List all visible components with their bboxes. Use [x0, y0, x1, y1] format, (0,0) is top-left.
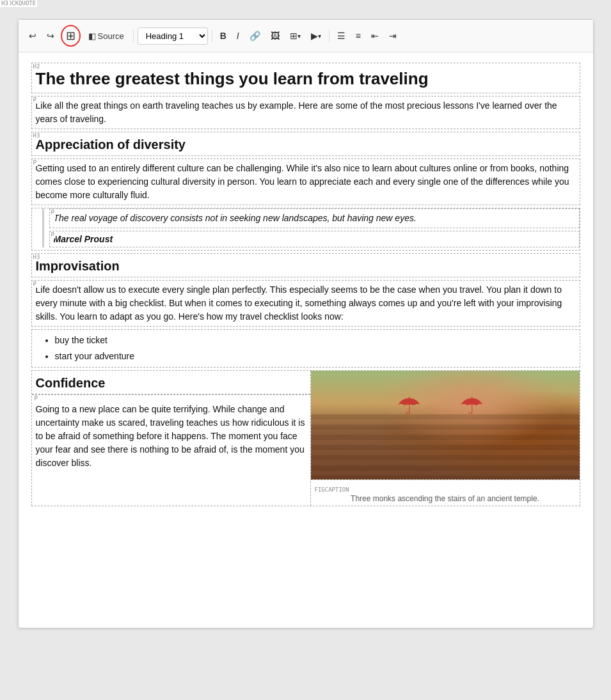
indent-increase-button[interactable]: ⇥ — [385, 28, 401, 43]
blocks-button[interactable]: ⊞ — [61, 25, 81, 47]
figcaption-wrapper: FIGCAPTION Three monks ascending the sta… — [311, 479, 580, 506]
blockquote-p-label: P — [50, 209, 56, 216]
h3-improvisation-label: H3 — [32, 254, 42, 261]
blockquote-text[interactable]: The real voyage of discovery consists no… — [50, 209, 579, 228]
improvisation-p-content[interactable]: Life doesn't allow us to execute every s… — [32, 281, 580, 326]
link-icon: 🔗 — [250, 31, 260, 41]
list-ol-button[interactable]: ≡ — [352, 28, 365, 43]
improvisation-p-label: P — [32, 281, 38, 288]
bold-button[interactable]: B — [216, 28, 230, 43]
confidence-right: FIGCAPTION Three monks ascending the sta… — [311, 371, 580, 506]
indent-decrease-icon: ⇤ — [371, 31, 379, 41]
media-dropdown-icon: ▾ — [318, 33, 321, 40]
list-ol-icon: ≡ — [356, 31, 361, 41]
link-button[interactable]: 🔗 — [246, 28, 264, 43]
separator-2 — [212, 29, 212, 42]
redo-icon: ↪ — [47, 31, 54, 41]
ul-list: buy the ticket start your adventure — [36, 332, 576, 364]
improvisation-p-wrapper: P Life doesn't allow us to execute every… — [31, 280, 580, 327]
undo-icon: ↩ — [29, 31, 36, 41]
blocks-icon: ⊞ — [66, 29, 75, 43]
blockquote-author-wrapper: P Marcel Proust — [49, 231, 580, 247]
blockquote-text-wrapper: P The real voyage of discovery consists … — [49, 208, 580, 228]
confidence-p-text[interactable]: Going to a new place can be quite terrif… — [32, 401, 310, 474]
table-button[interactable]: ⊞ ▾ — [286, 28, 305, 43]
redo-button[interactable]: ↪ — [43, 28, 58, 43]
image-icon: 🖼 — [271, 31, 280, 41]
h3-diversity-block-wrapper: H3 Appreciation of diversity — [31, 132, 580, 156]
intro-p-block-wrapper: P Like all the great things on earth tra… — [31, 96, 580, 129]
blockquote-inner: P The real voyage of discovery consists … — [42, 208, 580, 247]
ul-wrapper: UL buy the ticket start your adventure — [31, 329, 580, 368]
indent-increase-icon: ⇥ — [389, 31, 397, 41]
separator-1 — [133, 29, 134, 42]
separator-3 — [329, 29, 329, 42]
list-item[interactable]: start your adventure — [55, 348, 576, 364]
confidence-left: H3 Confidence P Going to a new place can… — [32, 371, 311, 506]
h3-improvisation-wrapper: H3 Improvisation — [31, 253, 580, 277]
h3-confidence-wrapper: H3 Confidence — [32, 371, 310, 394]
italic-icon: I — [237, 31, 239, 41]
diversity-p-block-wrapper: P Getting used to an entirely different … — [31, 159, 580, 205]
blockquote-wrapper: BLOCKQUOTE P The real voyage of discover… — [31, 208, 580, 251]
ul-content: buy the ticket start your adventure — [32, 330, 580, 367]
confidence-p-label: P — [32, 395, 310, 401]
diversity-p-content[interactable]: Getting used to an entirely different cu… — [32, 159, 580, 205]
h3-diversity-content[interactable]: Appreciation of diversity — [32, 132, 580, 155]
monks-image — [311, 371, 580, 479]
editor-content[interactable]: H2 The three greatest things you learn f… — [19, 52, 593, 628]
toolbar: ↩ ↪ ⊞ ◧ Source Heading 1 Heading 2 Headi… — [19, 20, 593, 52]
confidence-p-wrapper: P Going to a new place can be quite terr… — [32, 394, 310, 474]
h2-content[interactable]: The three greatest things you learn from… — [32, 63, 580, 93]
h2-block-wrapper: H2 The three greatest things you learn f… — [31, 63, 580, 93]
h2-label: H2 — [32, 63, 42, 70]
intro-p-content[interactable]: Like all the great things on earth trave… — [32, 97, 580, 128]
list-ul-button[interactable]: ☰ — [333, 28, 349, 43]
table-dropdown-icon: ▾ — [298, 33, 301, 40]
media-button[interactable]: ▶ ▾ — [307, 28, 325, 43]
undo-button[interactable]: ↩ — [25, 28, 40, 43]
media-icon: ▶ — [311, 31, 318, 41]
source-label: Source — [98, 31, 124, 41]
blockquote-author-label: P — [50, 231, 56, 238]
source-icon: ◧ — [88, 31, 96, 41]
image-button[interactable]: 🖼 — [267, 28, 283, 43]
figcaption-label: FIGCAPTION — [315, 486, 349, 493]
bold-icon: B — [220, 31, 226, 41]
source-button[interactable]: ◧ Source — [83, 29, 129, 43]
intro-p-label: P — [32, 97, 38, 104]
diversity-p-label: P — [32, 159, 38, 166]
italic-button[interactable]: I — [233, 28, 243, 43]
table-icon: ⊞ — [290, 31, 298, 41]
list-item[interactable]: buy the ticket — [55, 332, 576, 348]
editor-wrapper: ↩ ↪ ⊞ ◧ Source Heading 1 Heading 2 Headi… — [18, 19, 594, 628]
list-ul-icon: ☰ — [337, 31, 345, 41]
h3-diversity-label: H3 — [32, 132, 42, 139]
h3-improvisation-content[interactable]: Improvisation — [32, 254, 580, 277]
figcaption-text: Three monks ascending the stairs of an a… — [315, 494, 576, 503]
confidence-section: H3 Confidence P Going to a new place can… — [31, 370, 580, 506]
heading-select[interactable]: Heading 1 Heading 2 Heading 3 Paragraph — [138, 27, 208, 45]
indent-decrease-button[interactable]: ⇤ — [367, 28, 383, 43]
blockquote-author[interactable]: Marcel Proust — [50, 231, 579, 247]
h3-confidence-text[interactable]: Confidence — [32, 371, 310, 394]
h3-confidence-label: H3 — [0, 0, 10, 7]
